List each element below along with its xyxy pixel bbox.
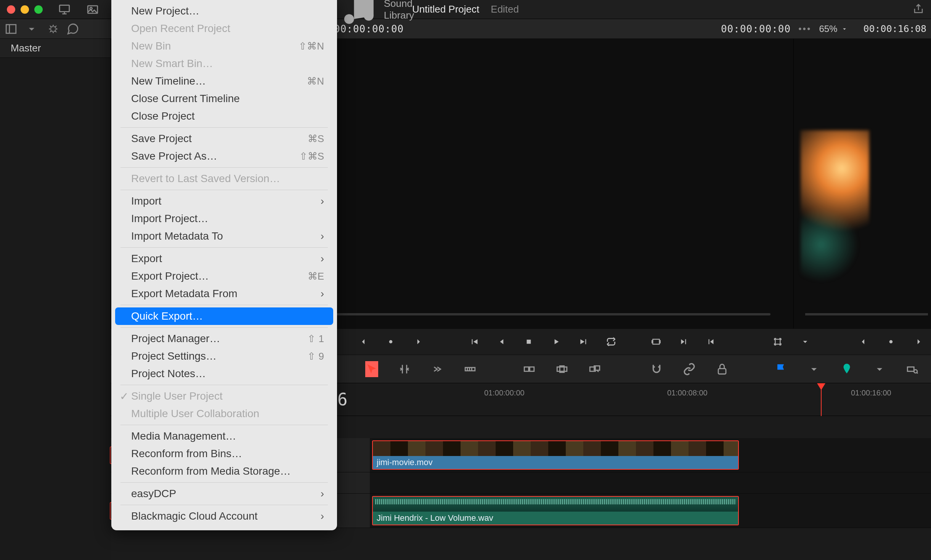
minimize-window[interactable]: [21, 5, 29, 14]
snap-magnet-icon[interactable]: [650, 361, 663, 377]
close-window[interactable]: [7, 5, 15, 14]
insert-clip-icon[interactable]: [523, 361, 536, 377]
sound-library-label: Sound Library: [384, 0, 416, 21]
chevron-down-icon[interactable]: [25, 22, 38, 35]
menu-easydcp[interactable]: easyDCP›: [115, 485, 333, 502]
menu-separator: [120, 127, 328, 128]
panel-layout-icon[interactable]: [5, 22, 18, 35]
dynamic-trim-icon[interactable]: [431, 361, 444, 377]
maximize-window[interactable]: [34, 5, 43, 14]
menu-save-as[interactable]: Save Project As…⇧⌘S: [115, 147, 333, 165]
menu-import-project[interactable]: Import Project…: [115, 210, 333, 227]
menu-export[interactable]: Export›: [115, 250, 333, 267]
menu-new-smart-bin[interactable]: New Smart Bin…: [115, 55, 333, 72]
step-back-icon[interactable]: [497, 335, 507, 349]
svg-rect-8: [653, 339, 659, 344]
share-icon[interactable]: [913, 3, 924, 16]
svg-point-3: [344, 14, 354, 24]
trim-tool-icon[interactable]: [398, 361, 411, 377]
nav-next2-icon[interactable]: [913, 335, 923, 349]
blade-tool-icon[interactable]: [464, 361, 477, 377]
flag-marker-icon[interactable]: [775, 361, 788, 377]
media-pool-header[interactable]: Master: [0, 39, 111, 58]
chevron-right-icon: ›: [321, 195, 324, 207]
nav-prev2-icon[interactable]: [859, 335, 868, 349]
menu-new-bin[interactable]: New Bin⇧⌘N: [115, 37, 333, 55]
zoom-control[interactable]: 65%: [819, 24, 848, 34]
next-edit-icon[interactable]: [679, 335, 689, 349]
menu-export-project[interactable]: Export Project…⌘E: [115, 267, 333, 285]
menu-project-manager[interactable]: Project Manager…⇧ 1: [115, 330, 333, 347]
lock-icon[interactable]: [716, 361, 729, 377]
link-icon[interactable]: [683, 361, 696, 377]
sound-library-tab[interactable]: Sound Library: [339, 0, 416, 29]
menu-new-timeline[interactable]: New Timeline…⌘N: [115, 72, 333, 90]
annotation-icon[interactable]: [66, 22, 79, 35]
match-frame-icon[interactable]: [651, 335, 661, 349]
loop-icon[interactable]: [606, 335, 616, 349]
play-icon[interactable]: [551, 335, 561, 349]
menu-single-user[interactable]: ✓Single User Project: [115, 387, 333, 405]
menu-reconform-bins[interactable]: Reconform from Bins…: [115, 445, 333, 462]
svg-rect-14: [557, 367, 567, 371]
effects-icon[interactable]: [46, 22, 59, 35]
stop-icon[interactable]: [524, 335, 534, 349]
nav-prev-icon[interactable]: [359, 335, 369, 349]
menu-save-project[interactable]: Save Project⌘S: [115, 130, 333, 147]
menu-project-notes[interactable]: Project Notes…: [115, 365, 333, 382]
project-title: Untitled Project: [412, 3, 479, 15]
nav-dot-icon: [386, 335, 396, 349]
menu-multi-user[interactable]: Multiple User Collaboration: [115, 405, 333, 422]
video-clip[interactable]: jimi-movie.mov: [372, 440, 739, 470]
audio-waveform: [373, 497, 738, 512]
menu-import[interactable]: Import›: [115, 192, 333, 210]
overwrite-clip-icon[interactable]: [555, 361, 568, 377]
audio-clip[interactable]: Jimi Hendrix - Low Volume.wav: [372, 496, 739, 525]
marker-icon[interactable]: [840, 361, 853, 377]
ruler-tick: 01:00:00:00: [484, 389, 525, 397]
chevron-down-icon[interactable]: [800, 335, 810, 349]
replace-clip-icon[interactable]: [588, 361, 601, 377]
timeline-viewer[interactable]: [794, 39, 931, 328]
audio-track-body[interactable]: Jimi Hendrix - Low Volume.wav: [370, 494, 931, 528]
transform-icon[interactable]: [773, 335, 783, 349]
svg-rect-0: [59, 5, 69, 11]
goto-start-icon[interactable]: [469, 335, 479, 349]
chevron-right-icon: ›: [321, 288, 324, 300]
svg-rect-19: [907, 367, 914, 371]
zoom-value: 65%: [819, 24, 837, 34]
picture-icon[interactable]: [86, 3, 99, 16]
menu-revert[interactable]: Revert to Last Saved Version…: [115, 170, 333, 187]
menu-import-metadata[interactable]: Import Metadata To›: [115, 227, 333, 245]
selection-tool-icon[interactable]: [365, 361, 378, 377]
timeline-scrubber[interactable]: [805, 313, 928, 315]
chevron-down-icon[interactable]: [807, 361, 820, 377]
menu-new-project[interactable]: New Project…: [115, 2, 333, 20]
menu-media-management[interactable]: Media Management…: [115, 427, 333, 445]
prev-edit-icon[interactable]: [706, 335, 716, 349]
search-timeline-icon[interactable]: [906, 361, 919, 377]
svg-rect-9: [775, 339, 780, 344]
menu-separator: [120, 385, 328, 385]
menu-quick-export[interactable]: Quick Export…: [115, 307, 333, 325]
menu-separator: [120, 247, 328, 248]
menu-blackmagic-cloud[interactable]: Blackmagic Cloud Account›: [115, 507, 333, 525]
display-icon[interactable]: [58, 3, 71, 16]
nav-next-icon[interactable]: [413, 335, 423, 349]
menu-close-project[interactable]: Close Project: [115, 107, 333, 125]
menu-open-recent[interactable]: Open Recent Project: [115, 20, 333, 37]
menu-reconform-media[interactable]: Reconform from Media Storage…: [115, 462, 333, 480]
menu-project-settings[interactable]: Project Settings…⇧ 9: [115, 347, 333, 365]
more-options-icon[interactable]: •••: [798, 24, 811, 34]
project-status: Edited: [491, 3, 519, 15]
svg-rect-18: [718, 368, 726, 374]
timeline-ruler[interactable]: 01:00:00:00 01:00:08:00 01:00:16:00: [480, 383, 931, 416]
goto-end-icon[interactable]: [579, 335, 589, 349]
svg-rect-7: [527, 340, 531, 344]
video-track-body[interactable]: jimi-movie.mov: [370, 438, 931, 472]
chevron-down-icon[interactable]: [873, 361, 886, 377]
svg-point-4: [364, 11, 374, 21]
ruler-tick: 01:00:08:00: [667, 389, 708, 397]
menu-export-metadata[interactable]: Export Metadata From›: [115, 285, 333, 302]
menu-close-timeline[interactable]: Close Current Timeline: [115, 90, 333, 107]
